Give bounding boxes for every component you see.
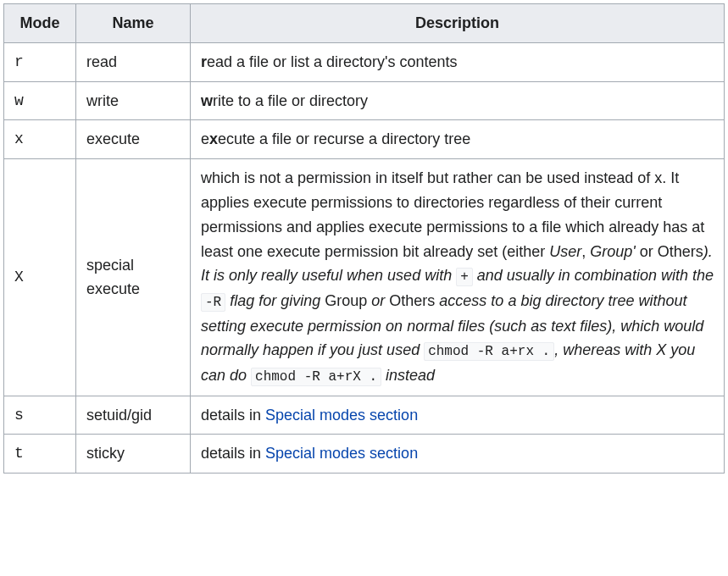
- desc-text: ecute a file or recurse a directory tree: [218, 130, 470, 147]
- desc-text: details in: [201, 445, 265, 462]
- mode-cell: w: [4, 81, 76, 120]
- desc-cell: which is not a permission in itself but …: [191, 159, 725, 396]
- name-cell: write: [76, 81, 191, 120]
- desc-pre: e: [201, 130, 209, 147]
- name-cell: special execute: [76, 159, 191, 396]
- header-name: Name: [76, 4, 191, 43]
- desc-cell: execute a file or recurse a directory tr…: [191, 120, 725, 159]
- mode-cell: t: [4, 435, 76, 474]
- desc-text: Group: [325, 292, 367, 309]
- desc-bold: r: [201, 53, 207, 70]
- desc-text: ead a file or list a directory's content…: [207, 53, 458, 70]
- table-row: x execute execute a file or recurse a di…: [4, 120, 725, 159]
- table-row: r read read a file or list a directory's…: [4, 42, 725, 81]
- table-row: t sticky details in Special modes sectio…: [4, 435, 725, 474]
- desc-bold: x: [209, 130, 218, 147]
- mode-cell: x: [4, 120, 76, 159]
- table-row: X special execute which is not a permiss…: [4, 159, 725, 396]
- name-cell: sticky: [76, 435, 191, 474]
- desc-cell: details in Special modes section: [191, 396, 725, 435]
- header-description: Description: [191, 4, 725, 43]
- code-snippet: +: [456, 268, 473, 286]
- special-modes-link[interactable]: Special modes section: [265, 407, 418, 424]
- desc-cell: write to a file or directory: [191, 81, 725, 120]
- italic-text: instead: [381, 367, 435, 384]
- desc-cell: read a file or list a directory's conten…: [191, 42, 725, 81]
- table-row: w write write to a file or directory: [4, 81, 725, 120]
- mode-cell: X: [4, 159, 76, 396]
- modes-table: Mode Name Description r read read a file…: [3, 3, 725, 474]
- desc-text: details in: [201, 407, 265, 424]
- name-cell: setuid/gid: [76, 396, 191, 435]
- code-snippet: -R: [201, 293, 225, 312]
- name-cell: execute: [76, 120, 191, 159]
- italic-text: flag for giving: [225, 292, 325, 309]
- desc-text: Others: [658, 243, 703, 260]
- italic-text: User: [549, 243, 581, 260]
- table-header-row: Mode Name Description: [4, 4, 725, 43]
- desc-text: Others: [389, 292, 435, 309]
- header-mode: Mode: [4, 4, 76, 43]
- italic-text: and usually in combination with the: [473, 267, 714, 284]
- mode-cell: s: [4, 396, 76, 435]
- mode-cell: r: [4, 42, 76, 81]
- special-modes-link[interactable]: Special modes section: [265, 445, 418, 462]
- desc-text: or: [636, 243, 658, 260]
- italic-text: or: [367, 292, 389, 309]
- italic-text: Group': [590, 243, 635, 260]
- name-cell: read: [76, 42, 191, 81]
- code-snippet: chmod -R a+rX .: [251, 368, 381, 386]
- code-snippet: chmod -R a+rx .: [424, 342, 554, 361]
- desc-text: ,: [581, 243, 590, 260]
- desc-text: rite to a file or directory: [213, 92, 368, 109]
- desc-cell: details in Special modes section: [191, 435, 725, 474]
- desc-bold: w: [201, 92, 213, 109]
- table-row: s setuid/gid details in Special modes se…: [4, 396, 725, 435]
